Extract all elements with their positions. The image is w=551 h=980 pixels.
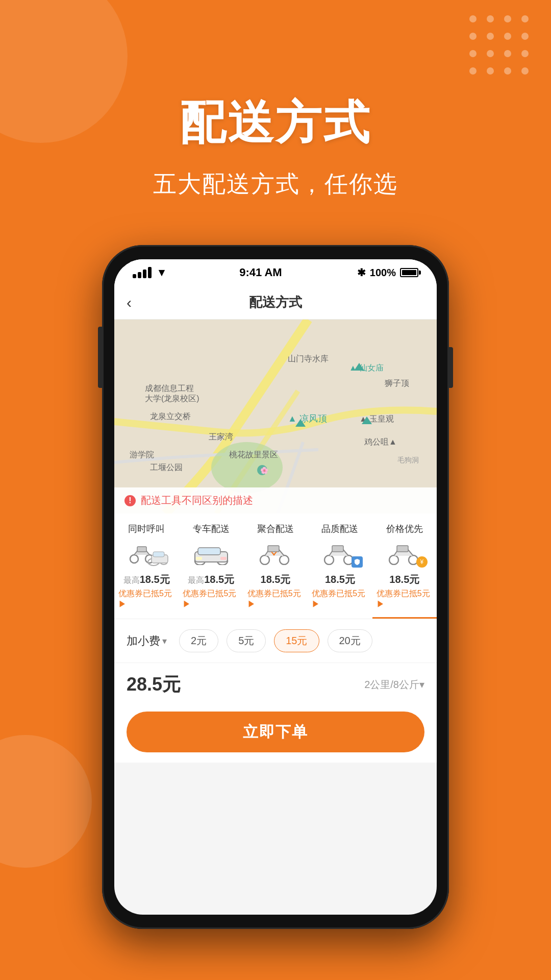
option-price-price-first: 18.5元: [389, 573, 419, 586]
delivery-options-row: 同时呼叫: [114, 513, 437, 619]
option-name-quality: 品质配送: [321, 523, 358, 535]
option-price-aggregate: 18.5元: [261, 573, 291, 586]
map-warning-bar: ! 配送工具不同区别的描述: [114, 487, 437, 513]
svg-rect-27: [153, 552, 164, 557]
bluetooth-icon: ✱: [357, 266, 366, 279]
option-icon-aggregate: [253, 540, 298, 568]
signal-bars: [133, 267, 152, 278]
deco-circle-bottom-left: [0, 735, 92, 868]
delivery-option-quality[interactable]: 品质配送 18.5元: [308, 513, 372, 619]
svg-text:游学院: 游学院: [130, 450, 154, 459]
svg-text:山门寺水库: 山门寺水库: [288, 354, 329, 363]
extra-fee-row: 加小费 ▾ 2元 5元 15元 20元: [114, 619, 437, 663]
battery-fill: [402, 270, 416, 275]
app-header-title: 配送方式: [249, 293, 302, 311]
status-time: 9:41 AM: [239, 266, 282, 279]
option-price-car: 最高18.5元: [188, 573, 234, 586]
option-name-price-first: 价格优先: [386, 523, 423, 535]
hero-subtitle: 五大配送方式，任你选: [0, 168, 551, 200]
extra-fee-btn-20[interactable]: 20元: [328, 629, 372, 652]
option-price-simultaneous: 最高18.5元: [123, 573, 170, 586]
option-coupon-aggregate: 优惠券已抵5元▶: [247, 589, 304, 610]
warning-text: 配送工具不同区别的描述: [141, 494, 253, 507]
option-coupon-price-first: 优惠券已抵5元▶: [377, 589, 433, 610]
extra-fee-btn-5[interactable]: 5元: [227, 629, 266, 652]
svg-rect-39: [332, 546, 343, 552]
option-coupon-simultaneous: 优惠券已抵5元▶: [118, 589, 174, 610]
option-name-simultaneous: 同时呼叫: [128, 523, 165, 535]
option-name-aggregate: 聚合配送: [257, 523, 294, 535]
map-area: 成都信息工程 大学(龙泉校区) 龙泉立交桥 山门寺水库 ▲ 仙女庙 狮子顶 游学…: [114, 320, 437, 513]
delivery-option-price-first[interactable]: 价格优先 ¥ 18.5元 优惠券已抵5元▶: [372, 513, 437, 619]
svg-text:鸡公咀▲: 鸡公咀▲: [364, 437, 397, 446]
status-bar: ▾ 9:41 AM ✱ 100%: [114, 259, 437, 286]
svg-rect-36: [268, 546, 279, 552]
app-header: ‹ 配送方式: [114, 286, 437, 320]
hero-section: 配送方式 五大配送方式，任你选: [0, 92, 551, 200]
extra-fee-btn-15[interactable]: 15元: [274, 629, 319, 652]
wifi-icon: ▾: [159, 266, 164, 279]
svg-point-1: [211, 442, 283, 493]
option-coupon-quality: 优惠券已抵5元▶: [312, 589, 368, 610]
svg-point-37: [324, 555, 334, 565]
svg-point-35: [280, 555, 289, 565]
svg-text:王家湾: 王家湾: [209, 432, 233, 441]
delivery-option-car[interactable]: 专车配送 最高18.5元: [179, 513, 243, 619]
option-icon-simultaneous: [123, 540, 169, 568]
svg-text:🌸: 🌸: [260, 466, 269, 475]
hero-title: 配送方式: [0, 92, 551, 154]
svg-rect-32: [196, 557, 202, 560]
svg-rect-33: [220, 557, 227, 560]
svg-text:▲ 凉风顶: ▲ 凉风顶: [288, 413, 327, 424]
total-price: 28.5元: [127, 672, 181, 697]
delivery-panel: 同时呼叫: [114, 513, 437, 763]
svg-text:工堰公园: 工堰公园: [150, 463, 183, 472]
svg-rect-23: [137, 547, 146, 552]
shield-badge: [352, 556, 363, 568]
svg-rect-31: [198, 548, 220, 555]
total-note: 2公里/8公斤▾: [364, 678, 424, 692]
svg-text:大学(龙泉校区): 大学(龙泉校区): [145, 394, 199, 403]
battery-icon: [400, 268, 418, 277]
gold-badge: ¥: [416, 556, 428, 568]
svg-text:▲ 仙女庙: ▲ 仙女庙: [349, 363, 384, 372]
svg-text:毛狗洞: 毛狗洞: [397, 456, 419, 464]
option-icon-quality: [317, 540, 363, 568]
option-icon-car: [188, 540, 234, 568]
option-coupon-car: 优惠券已抵5元▶: [183, 589, 239, 610]
status-left: ▾: [133, 266, 164, 279]
dots-decoration: [469, 15, 531, 77]
svg-text:桃花故里景区: 桃花故里景区: [229, 450, 278, 459]
option-price-quality: 18.5元: [325, 573, 355, 586]
phone-mockup: ▾ 9:41 AM ✱ 100% ‹ 配送方式: [102, 245, 449, 929]
warning-icon: !: [124, 495, 136, 506]
svg-text:成都信息工程: 成都信息工程: [145, 384, 194, 393]
total-row: 28.5元 2公里/8公斤▾: [114, 663, 437, 706]
delivery-option-simultaneous[interactable]: 同时呼叫: [114, 513, 179, 619]
option-icon-price-first: ¥: [382, 540, 428, 568]
svg-point-34: [260, 555, 269, 565]
svg-point-21: [130, 555, 138, 563]
order-button[interactable]: 立即下单: [127, 712, 424, 752]
phone-shell: ▾ 9:41 AM ✱ 100% ‹ 配送方式: [102, 245, 449, 929]
extra-fee-btn-2[interactable]: 2元: [179, 629, 218, 652]
battery-percent: 100%: [370, 267, 396, 279]
svg-text:狮子顶: 狮子顶: [385, 379, 409, 387]
phone-screen: ▾ 9:41 AM ✱ 100% ‹ 配送方式: [114, 259, 437, 915]
extra-fee-label: 加小费 ▾: [127, 633, 167, 649]
svg-point-40: [389, 555, 398, 565]
delivery-option-aggregate[interactable]: 聚合配送 18.5元 优惠券已抵5元▶: [243, 513, 308, 619]
svg-text:龙泉立交桥: 龙泉立交桥: [150, 412, 191, 421]
svg-rect-42: [397, 546, 408, 552]
status-right: ✱ 100%: [357, 266, 418, 279]
back-button[interactable]: ‹: [127, 294, 132, 311]
option-name-car: 专车配送: [193, 523, 230, 535]
extra-fee-dropdown-icon: ▾: [162, 635, 167, 647]
